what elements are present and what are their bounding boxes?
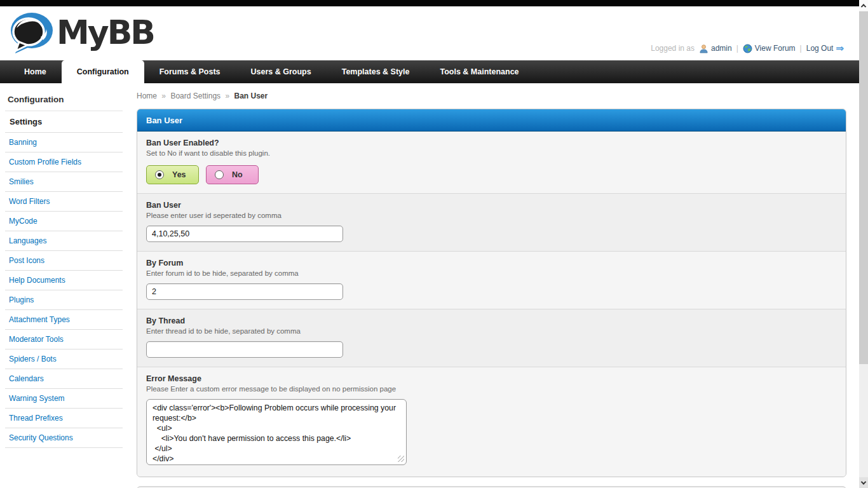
sidebar-item-post-icons[interactable]: Post Icons <box>5 251 123 271</box>
sidebar-item-attachment-types[interactable]: Attachment Types <box>5 310 123 330</box>
sidebar-item-help-documents[interactable]: Help Documents <box>5 271 123 290</box>
breadcrumb-separator: » <box>225 92 229 100</box>
field-description: Enter thread id to be hide, separated by… <box>146 327 837 335</box>
resize-handle-icon[interactable] <box>398 456 404 462</box>
mybb-logo-icon <box>8 8 56 57</box>
breadcrumb-home[interactable]: Home <box>137 92 157 100</box>
thread-ids-input[interactable] <box>146 341 343 358</box>
field-description: Set to No if want to disable this plugin… <box>146 149 837 157</box>
scroll-down-button[interactable] <box>859 477 868 488</box>
user-avatar-icon <box>699 44 709 53</box>
sidebar-item-word-filters[interactable]: Word Filters <box>5 192 123 212</box>
field-label: Error Message <box>146 374 837 383</box>
sidebar-item-security-questions[interactable]: Security Questions <box>5 428 123 448</box>
top-black-strip <box>0 0 868 6</box>
form-row-ban-user-enabled: Ban User Enabled? Set to No if want to d… <box>137 132 846 193</box>
sidebar-item-custom-profile-fields[interactable]: Custom Profile Fields <box>5 152 123 172</box>
radio-group: Yes No <box>146 165 837 184</box>
field-description: Please enter user id seperated by comma <box>146 212 837 219</box>
sidebar-item-moderator-tools[interactable]: Moderator Tools <box>5 330 123 349</box>
view-forum-text: View Forum <box>755 44 796 53</box>
field-label: Ban User <box>146 201 837 210</box>
sidebar-title: Configuration <box>5 91 123 111</box>
main-nav: Home Configuration Forums & Posts Users … <box>0 60 868 83</box>
tab-templates-style[interactable]: Templates & Style <box>327 60 425 83</box>
sidebar-item-smilies[interactable]: Smilies <box>5 172 123 192</box>
sidebar-item-calendars[interactable]: Calendars <box>5 369 123 389</box>
globe-icon <box>743 44 752 53</box>
sidebar-item-banning[interactable]: Banning <box>5 133 123 152</box>
sidebar-item-languages[interactable]: Languages <box>5 231 123 251</box>
radio-label: Yes <box>172 170 186 179</box>
admin-header: MyBB Logged in as admin | View Forum | <box>0 6 868 60</box>
panel-title: Ban User <box>137 109 846 132</box>
tab-home[interactable]: Home <box>9 60 62 83</box>
sidebar-section-settings: Settings <box>5 111 123 133</box>
separator: | <box>800 44 802 53</box>
chevron-down-icon <box>861 479 866 484</box>
sidebar-item-plugins[interactable]: Plugins <box>5 290 123 310</box>
logo-wordmark: MyBB <box>57 13 154 51</box>
sidebar-item-thread-prefixes[interactable]: Thread Prefixes <box>5 409 123 428</box>
view-forum-link[interactable]: View Forum <box>743 44 796 53</box>
field-description: Please Enter a custom error message to b… <box>146 385 837 393</box>
breadcrumb-separator: » <box>161 92 166 100</box>
admin-profile-link[interactable]: admin <box>699 44 732 53</box>
username-text: admin <box>711 44 732 53</box>
log-out-text: Log Out <box>806 44 834 53</box>
ban-user-ids-input[interactable] <box>146 226 343 242</box>
mybb-logo[interactable]: MyBB <box>8 8 154 57</box>
radio-unselected-icon[interactable] <box>215 170 224 179</box>
radio-selected-icon[interactable] <box>155 170 164 179</box>
log-out-link[interactable]: Log Out ⇒ <box>806 43 844 54</box>
radio-option-yes[interactable]: Yes <box>146 165 199 184</box>
user-links: Logged in as admin | View Forum | Log Ou… <box>651 43 844 54</box>
form-row-error-message: Error Message Please Enter a custom erro… <box>137 367 846 477</box>
forum-ids-input[interactable] <box>146 283 343 300</box>
main-content: Home » Board Settings » Ban User Ban Use… <box>137 83 846 488</box>
radio-label: No <box>232 170 243 179</box>
field-label: Ban User Enabled? <box>146 139 837 147</box>
page-scrollbar[interactable] <box>859 0 868 488</box>
tab-forums-posts[interactable]: Forums & Posts <box>144 60 236 83</box>
field-description: Enter forum id to be hide, separated by … <box>146 269 837 277</box>
radio-option-no[interactable]: No <box>206 165 259 184</box>
breadcrumb-current: Ban User <box>234 92 268 100</box>
form-row-ban-user: Ban User Please enter user id seperated … <box>137 193 846 251</box>
form-row-by-forum: By Forum Enter forum id to be hide, sepa… <box>137 251 846 309</box>
chevron-up-icon <box>861 4 866 9</box>
field-label: By Forum <box>146 259 837 268</box>
tab-users-groups[interactable]: Users & Groups <box>236 60 327 83</box>
tab-tools-maintenance[interactable]: Tools & Maintenance <box>424 60 534 83</box>
sidebar-item-warning-system[interactable]: Warning System <box>5 389 123 409</box>
form-row-by-thread: By Thread Enter thread id to be hide, se… <box>137 309 846 367</box>
scrollbar-thumb[interactable] <box>859 11 868 364</box>
ban-user-panel: Ban User Ban User Enabled? Set to No if … <box>137 109 846 477</box>
breadcrumb-board-settings[interactable]: Board Settings <box>170 92 220 100</box>
sidebar-item-mycode[interactable]: MyCode <box>5 212 123 231</box>
separator: | <box>736 44 738 53</box>
scroll-up-button[interactable] <box>859 0 868 11</box>
tab-configuration[interactable]: Configuration <box>62 60 144 86</box>
breadcrumb: Home » Board Settings » Ban User <box>137 92 846 100</box>
logout-arrow-icon: ⇒ <box>836 43 844 54</box>
sidebar: Configuration Settings Banning Custom Pr… <box>0 83 128 448</box>
sidebar-item-spiders-bots[interactable]: Spiders / Bots <box>5 349 123 369</box>
field-label: By Thread <box>146 316 837 325</box>
logged-in-as-label: Logged in as <box>651 44 695 53</box>
error-message-textarea[interactable]: <div class='error'><b>Following Problem … <box>146 399 407 465</box>
